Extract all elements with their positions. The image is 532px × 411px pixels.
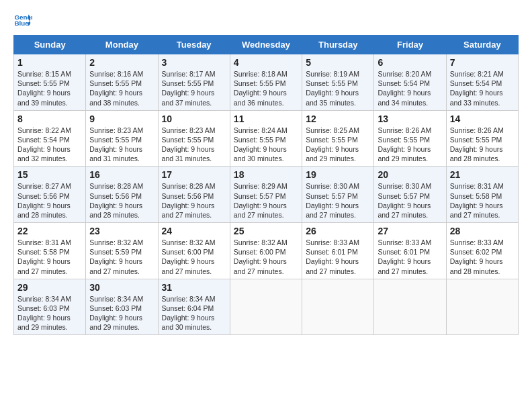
day-number: 27 (378, 226, 442, 236)
day-number: 30 (89, 282, 154, 293)
day-info: Sunrise: 8:32 AMSunset: 6:00 PMDaylight:… (234, 238, 287, 275)
calendar-week: 15 Sunrise: 8:27 AMSunset: 5:56 PMDaylig… (14, 167, 519, 223)
calendar-cell: 27 Sunrise: 8:33 AMSunset: 6:01 PMDaylig… (374, 223, 446, 279)
day-number: 6 (378, 57, 442, 68)
day-info: Sunrise: 8:23 AMSunset: 5:55 PMDaylight:… (162, 126, 216, 163)
day-number: 29 (17, 282, 82, 293)
calendar-week: 8 Sunrise: 8:22 AMSunset: 5:54 PMDayligh… (14, 110, 519, 167)
day-info: Sunrise: 8:26 AMSunset: 5:55 PMDaylight:… (450, 126, 504, 163)
day-number: 21 (450, 169, 515, 180)
calendar-table: SundayMondayTuesdayWednesdayThursdayFrid… (13, 35, 519, 335)
calendar-cell: 18 Sunrise: 8:29 AMSunset: 5:57 PMDaylig… (230, 167, 302, 223)
day-info: Sunrise: 8:30 AMSunset: 5:57 PMDaylight:… (306, 182, 359, 219)
calendar-cell: 13 Sunrise: 8:26 AMSunset: 5:55 PMDaylig… (374, 110, 446, 167)
calendar-cell: 5 Sunrise: 8:19 AMSunset: 5:55 PMDayligh… (302, 54, 374, 111)
day-header: Monday (86, 36, 158, 54)
calendar-cell: 26 Sunrise: 8:33 AMSunset: 6:01 PMDaylig… (302, 223, 374, 279)
day-header: Sunday (14, 36, 86, 54)
day-number: 17 (162, 169, 226, 180)
calendar-header: SundayMondayTuesdayWednesdayThursdayFrid… (14, 36, 519, 54)
day-number: 19 (306, 169, 370, 180)
calendar-cell: 19 Sunrise: 8:30 AMSunset: 5:57 PMDaylig… (302, 167, 374, 223)
day-info: Sunrise: 8:27 AMSunset: 5:56 PMDaylight:… (17, 182, 71, 219)
calendar-cell: 30 Sunrise: 8:34 AMSunset: 6:03 PMDaylig… (86, 279, 158, 335)
svg-text:Blue: Blue (14, 19, 29, 27)
day-header: Friday (374, 36, 446, 54)
day-number: 14 (450, 113, 515, 124)
calendar-cell: 31 Sunrise: 8:34 AMSunset: 6:04 PMDaylig… (158, 279, 230, 335)
calendar-cell: 22 Sunrise: 8:31 AMSunset: 5:58 PMDaylig… (14, 223, 86, 279)
day-info: Sunrise: 8:19 AMSunset: 5:55 PMDaylight:… (306, 70, 359, 107)
calendar-cell (374, 279, 446, 335)
header: General Blue (13, 11, 519, 30)
day-number: 20 (378, 169, 442, 180)
day-info: Sunrise: 8:33 AMSunset: 6:01 PMDaylight:… (378, 238, 431, 275)
day-number: 7 (450, 57, 515, 68)
day-number: 1 (17, 57, 82, 68)
day-info: Sunrise: 8:22 AMSunset: 5:54 PMDaylight:… (17, 126, 71, 163)
calendar-cell: 7 Sunrise: 8:21 AMSunset: 5:54 PMDayligh… (446, 54, 518, 111)
calendar-cell: 3 Sunrise: 8:17 AMSunset: 5:55 PMDayligh… (158, 54, 230, 111)
day-info: Sunrise: 8:25 AMSunset: 5:55 PMDaylight:… (306, 126, 359, 163)
calendar-cell: 17 Sunrise: 8:28 AMSunset: 5:56 PMDaylig… (158, 167, 230, 223)
day-info: Sunrise: 8:34 AMSunset: 6:03 PMDaylight:… (17, 295, 71, 332)
day-number: 16 (89, 169, 154, 180)
day-info: Sunrise: 8:24 AMSunset: 5:55 PMDaylight:… (234, 126, 287, 163)
day-header: Tuesday (158, 36, 230, 54)
day-info: Sunrise: 8:32 AMSunset: 6:00 PMDaylight:… (162, 238, 216, 275)
calendar-week: 1 Sunrise: 8:15 AMSunset: 5:55 PMDayligh… (14, 54, 519, 111)
day-number: 10 (162, 113, 226, 124)
day-number: 23 (89, 226, 154, 236)
day-number: 2 (89, 57, 154, 68)
day-info: Sunrise: 8:31 AMSunset: 5:58 PMDaylight:… (450, 182, 504, 219)
day-info: Sunrise: 8:29 AMSunset: 5:57 PMDaylight:… (234, 182, 287, 219)
day-info: Sunrise: 8:28 AMSunset: 5:56 PMDaylight:… (89, 182, 143, 219)
calendar-cell: 20 Sunrise: 8:30 AMSunset: 5:57 PMDaylig… (374, 167, 446, 223)
day-number: 9 (89, 113, 154, 124)
day-number: 12 (306, 113, 370, 124)
day-number: 11 (234, 113, 298, 124)
day-number: 4 (234, 57, 298, 68)
day-number: 31 (162, 282, 226, 293)
calendar-cell: 16 Sunrise: 8:28 AMSunset: 5:56 PMDaylig… (86, 167, 158, 223)
day-number: 24 (162, 226, 226, 236)
calendar-cell: 29 Sunrise: 8:34 AMSunset: 6:03 PMDaylig… (14, 279, 86, 335)
day-info: Sunrise: 8:18 AMSunset: 5:55 PMDaylight:… (234, 70, 287, 107)
day-number: 25 (234, 226, 298, 236)
day-info: Sunrise: 8:15 AMSunset: 5:55 PMDaylight:… (17, 70, 71, 107)
calendar-cell: 8 Sunrise: 8:22 AMSunset: 5:54 PMDayligh… (14, 110, 86, 167)
logo-icon: General Blue (13, 11, 32, 30)
calendar-cell: 15 Sunrise: 8:27 AMSunset: 5:56 PMDaylig… (14, 167, 86, 223)
calendar-cell: 9 Sunrise: 8:23 AMSunset: 5:55 PMDayligh… (86, 110, 158, 167)
calendar-cell: 25 Sunrise: 8:32 AMSunset: 6:00 PMDaylig… (230, 223, 302, 279)
day-info: Sunrise: 8:23 AMSunset: 5:55 PMDaylight:… (89, 126, 143, 163)
day-header: Saturday (446, 36, 518, 54)
calendar-cell (446, 279, 518, 335)
calendar-cell: 2 Sunrise: 8:16 AMSunset: 5:55 PMDayligh… (86, 54, 158, 111)
day-info: Sunrise: 8:17 AMSunset: 5:55 PMDaylight:… (162, 70, 216, 107)
calendar-body: 1 Sunrise: 8:15 AMSunset: 5:55 PMDayligh… (14, 54, 519, 335)
day-number: 8 (17, 113, 82, 124)
calendar-cell (302, 279, 374, 335)
day-info: Sunrise: 8:33 AMSunset: 6:02 PMDaylight:… (450, 238, 504, 275)
calendar-cell: 12 Sunrise: 8:25 AMSunset: 5:55 PMDaylig… (302, 110, 374, 167)
day-info: Sunrise: 8:20 AMSunset: 5:54 PMDaylight:… (378, 70, 431, 107)
day-info: Sunrise: 8:16 AMSunset: 5:55 PMDaylight:… (89, 70, 143, 107)
calendar-week: 29 Sunrise: 8:34 AMSunset: 6:03 PMDaylig… (14, 279, 519, 335)
calendar-week: 22 Sunrise: 8:31 AMSunset: 5:58 PMDaylig… (14, 223, 519, 279)
calendar-cell: 23 Sunrise: 8:32 AMSunset: 5:59 PMDaylig… (86, 223, 158, 279)
day-number: 26 (306, 226, 370, 236)
day-header: Thursday (302, 36, 374, 54)
day-info: Sunrise: 8:34 AMSunset: 6:04 PMDaylight:… (162, 295, 216, 332)
day-info: Sunrise: 8:28 AMSunset: 5:56 PMDaylight:… (162, 182, 216, 219)
calendar-cell: 6 Sunrise: 8:20 AMSunset: 5:54 PMDayligh… (374, 54, 446, 111)
day-info: Sunrise: 8:26 AMSunset: 5:55 PMDaylight:… (378, 126, 431, 163)
day-header: Wednesday (230, 36, 302, 54)
calendar-cell: 10 Sunrise: 8:23 AMSunset: 5:55 PMDaylig… (158, 110, 230, 167)
day-info: Sunrise: 8:33 AMSunset: 6:01 PMDaylight:… (306, 238, 359, 275)
day-info: Sunrise: 8:30 AMSunset: 5:57 PMDaylight:… (378, 182, 431, 219)
day-number: 18 (234, 169, 298, 180)
day-number: 15 (17, 169, 82, 180)
day-number: 13 (378, 113, 442, 124)
day-number: 28 (450, 226, 515, 236)
